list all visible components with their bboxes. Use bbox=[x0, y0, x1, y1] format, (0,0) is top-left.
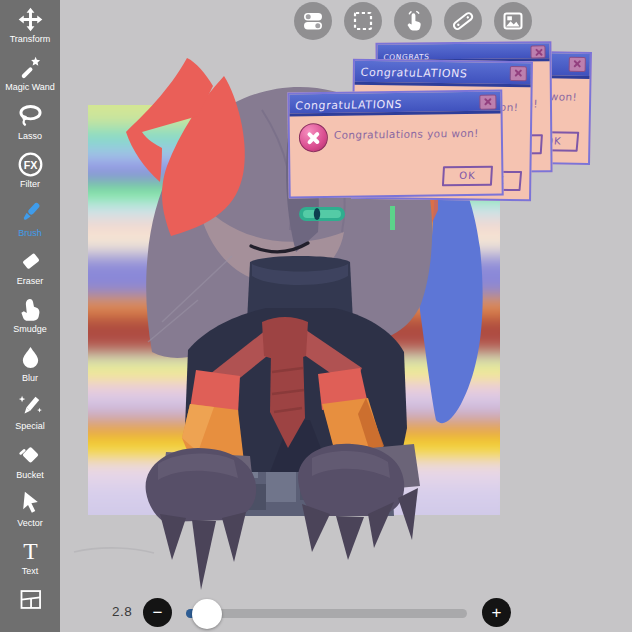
tool-label: Blur bbox=[22, 373, 38, 383]
selection-button[interactable] bbox=[344, 2, 382, 40]
bucket-icon bbox=[17, 440, 44, 470]
sidebar-item-vector[interactable]: Vector bbox=[0, 488, 60, 536]
size-slider-thumb[interactable] bbox=[192, 599, 222, 629]
hand-gesture-icon bbox=[401, 9, 425, 33]
toggles-icon bbox=[301, 9, 325, 33]
toggles-button[interactable] bbox=[294, 2, 332, 40]
error-icon bbox=[299, 123, 328, 152]
image-icon bbox=[501, 9, 525, 33]
close-icon bbox=[479, 95, 496, 110]
filter-icon: FX bbox=[17, 149, 44, 179]
top-toolbar bbox=[294, 2, 532, 40]
smudge-icon bbox=[17, 294, 44, 324]
blur-icon bbox=[17, 343, 44, 373]
tool-sidebar: Transform Magic Wand Lasso FX Filter Bru… bbox=[0, 0, 60, 632]
tool-label: Vector bbox=[17, 518, 43, 528]
sidebar-item-lasso[interactable]: Lasso bbox=[0, 101, 60, 149]
hand-gesture-button[interactable] bbox=[394, 2, 432, 40]
svg-text:T: T bbox=[23, 538, 38, 564]
lasso-icon bbox=[17, 101, 44, 131]
sidebar-item-text[interactable]: T Text bbox=[0, 536, 60, 584]
text-icon: T bbox=[17, 536, 44, 566]
tool-label: Text bbox=[22, 566, 39, 576]
close-icon bbox=[569, 57, 586, 72]
ok-button: OK bbox=[442, 166, 493, 187]
tool-label: Magic Wand bbox=[5, 82, 55, 92]
tool-label: Bucket bbox=[16, 470, 44, 480]
tool-label: Filter bbox=[20, 179, 40, 189]
tool-label: Special bbox=[15, 421, 45, 431]
tool-label: Brush bbox=[18, 228, 42, 238]
selection-icon bbox=[351, 9, 375, 33]
dialog-title: CongratuLATIONS bbox=[289, 96, 403, 113]
sidebar-item-brush[interactable]: Brush bbox=[0, 198, 60, 246]
close-icon bbox=[510, 66, 527, 81]
sidebar-item-blur[interactable]: Blur bbox=[0, 343, 60, 391]
sidebar-item-filter[interactable]: FX Filter bbox=[0, 149, 60, 197]
minus-icon: − bbox=[153, 604, 163, 621]
frame-divider-icon bbox=[17, 585, 44, 615]
brush-size-value: 2.8 bbox=[112, 604, 132, 619]
brush-icon bbox=[17, 198, 44, 228]
close-icon bbox=[530, 45, 545, 58]
size-slider-track[interactable] bbox=[186, 609, 467, 618]
increase-button[interactable]: + bbox=[482, 598, 511, 627]
vector-cursor-icon bbox=[17, 488, 44, 518]
magic-wand-icon bbox=[17, 52, 44, 82]
tool-label: Transform bbox=[10, 34, 51, 44]
sidebar-item-special[interactable]: Special bbox=[0, 391, 60, 439]
dialog-message: Congratulations you won! bbox=[334, 127, 479, 141]
transform-icon bbox=[17, 4, 44, 34]
drawn-dialog-front: CongratuLATIONS Congratulations you won!… bbox=[287, 90, 503, 199]
ruler-button[interactable] bbox=[444, 2, 482, 40]
eraser-icon bbox=[17, 246, 44, 276]
sidebar-item-bucket[interactable]: Bucket bbox=[0, 440, 60, 488]
svg-text:FX: FX bbox=[23, 158, 38, 170]
sidebar-item-transform[interactable]: Transform bbox=[0, 4, 60, 52]
image-button[interactable] bbox=[494, 2, 532, 40]
brush-size-bar: 2.8 − + bbox=[0, 595, 632, 632]
pupil bbox=[314, 208, 320, 220]
tool-label: Smudge bbox=[13, 324, 47, 334]
left-claw-hand bbox=[146, 448, 257, 590]
tool-label: Eraser bbox=[17, 276, 44, 286]
special-pen-icon bbox=[17, 391, 44, 421]
ruler-icon bbox=[451, 9, 475, 33]
plus-icon: + bbox=[492, 604, 502, 621]
sidebar-item-frame[interactable] bbox=[0, 585, 60, 632]
sidebar-item-eraser[interactable]: Eraser bbox=[0, 246, 60, 294]
dialog-title: CongratuLATIONS bbox=[354, 64, 468, 81]
sidebar-item-smudge[interactable]: Smudge bbox=[0, 294, 60, 342]
tool-label: Lasso bbox=[18, 131, 42, 141]
decrease-button[interactable]: − bbox=[143, 598, 172, 627]
sidebar-item-magic-wand[interactable]: Magic Wand bbox=[0, 52, 60, 100]
